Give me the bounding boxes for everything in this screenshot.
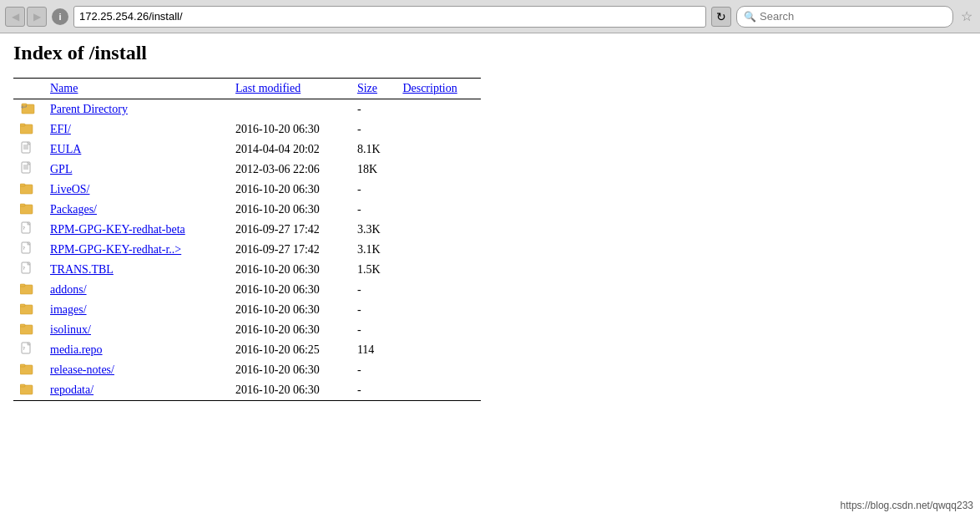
- file-name-cell: RPM-GPG-KEY-redhat-beta: [43, 220, 229, 240]
- last-modified-col-link[interactable]: Last modified: [235, 82, 301, 94]
- file-link[interactable]: RPM-GPG-KEY-redhat-beta: [50, 223, 185, 236]
- file-name-cell: Packages/: [43, 200, 229, 220]
- file-modified: 2016-10-20 06:30: [229, 360, 351, 380]
- parent-dir-icon: ↩: [13, 99, 43, 120]
- table-row: images/ 2016-10-20 06:30 -: [13, 300, 481, 320]
- file-icon-cell: [13, 300, 43, 320]
- file-size: -: [351, 320, 397, 340]
- file-icon-cell: ?: [13, 260, 43, 280]
- file-icon-cell: [13, 380, 43, 401]
- file-icon-cell: ?: [13, 220, 43, 240]
- table-header-row: Name Last modified Size Description: [13, 79, 481, 99]
- description-col-header: Description: [396, 79, 481, 99]
- file-link[interactable]: LiveOS/: [50, 183, 89, 196]
- last-modified-col-header: Last modified: [229, 79, 351, 99]
- table-row: Packages/ 2016-10-20 06:30 -: [13, 200, 481, 220]
- file-name-cell: images/: [43, 300, 229, 320]
- address-bar[interactable]: 172.25.254.26/install/: [73, 6, 706, 28]
- svg-rect-31: [20, 304, 25, 307]
- file-link[interactable]: release-notes/: [50, 363, 114, 376]
- file-size: -: [351, 380, 397, 401]
- svg-rect-38: [20, 364, 25, 367]
- file-desc: [396, 240, 481, 260]
- file-link[interactable]: Packages/: [50, 203, 97, 216]
- file-modified: 2016-10-20 06:30: [229, 200, 351, 220]
- file-icon-cell: [13, 360, 43, 380]
- file-name-cell: addons/: [43, 280, 229, 300]
- file-desc: [396, 160, 481, 180]
- file-name-cell: media.repo: [43, 340, 229, 360]
- file-size: 8.1K: [351, 140, 397, 160]
- parent-dir-size: -: [351, 99, 397, 120]
- file-desc: [396, 280, 481, 300]
- file-size: 3.1K: [351, 240, 397, 260]
- name-col-link[interactable]: Name: [50, 82, 78, 94]
- file-desc: [396, 119, 481, 140]
- size-col-header: Size: [351, 79, 397, 99]
- file-size: -: [351, 119, 397, 140]
- file-icon-cell: [13, 119, 43, 140]
- file-icon-cell: [13, 280, 43, 300]
- file-name-cell: EULA: [43, 140, 229, 160]
- search-input[interactable]: [760, 10, 927, 23]
- svg-rect-40: [20, 384, 25, 387]
- info-button[interactable]: i: [52, 8, 68, 25]
- file-link[interactable]: EFI/: [50, 123, 71, 135]
- file-modified: 2016-10-20 06:30: [229, 260, 351, 280]
- file-desc: [396, 260, 481, 280]
- table-row: EULA 2014-04-04 20:02 8.1K: [13, 140, 481, 160]
- name-col-header: Name: [43, 79, 229, 99]
- table-row: GPL 2012-03-06 22:06 18K: [13, 160, 481, 180]
- table-row: repodata/ 2016-10-20 06:30 -: [13, 380, 481, 401]
- parent-dir-modified: [229, 99, 351, 120]
- parent-dir-link[interactable]: Parent Directory: [50, 103, 128, 115]
- description-col-link[interactable]: Description: [402, 82, 457, 94]
- file-desc: [396, 360, 481, 380]
- svg-text:?: ?: [23, 226, 25, 231]
- file-link[interactable]: EULA: [50, 143, 81, 155]
- size-col-link[interactable]: Size: [357, 82, 377, 94]
- url-text: 172.25.254.26/install/: [79, 10, 183, 23]
- reload-button[interactable]: ↻: [711, 7, 731, 27]
- forward-button[interactable]: ▶: [27, 7, 47, 27]
- file-size: 18K: [351, 160, 397, 180]
- back-button[interactable]: ◀: [5, 7, 25, 27]
- file-name-cell: repodata/: [43, 380, 229, 401]
- file-link[interactable]: RPM-GPG-KEY-redhat-r..>: [50, 243, 181, 256]
- file-icon-cell: [13, 140, 43, 160]
- svg-rect-4: [20, 124, 25, 126]
- table-row: release-notes/ 2016-10-20 06:30 -: [13, 360, 481, 380]
- svg-rect-29: [20, 284, 25, 287]
- table-row: EFI/ 2016-10-20 06:30 -: [13, 119, 481, 140]
- file-modified: 2016-10-20 06:30: [229, 320, 351, 340]
- file-modified: 2016-10-20 06:30: [229, 180, 351, 200]
- bookmark-button[interactable]: ☆: [958, 8, 975, 25]
- file-name-cell: isolinux/: [43, 320, 229, 340]
- file-size: -: [351, 360, 397, 380]
- parent-dir-desc: [396, 99, 481, 120]
- nav-buttons: ◀ ▶: [5, 7, 47, 27]
- file-desc: [396, 140, 481, 160]
- file-modified: 2016-10-20 06:30: [229, 300, 351, 320]
- file-link[interactable]: isolinux/: [50, 323, 91, 336]
- file-link[interactable]: media.repo: [50, 343, 103, 356]
- file-size: 1.5K: [351, 260, 397, 280]
- file-link[interactable]: repodata/: [50, 383, 93, 396]
- file-size: 114: [351, 340, 397, 360]
- file-icon-cell: [13, 160, 43, 180]
- svg-text:?: ?: [23, 266, 25, 271]
- file-icon-cell: ?: [13, 240, 43, 260]
- file-desc: [396, 180, 481, 200]
- icon-col-header: [13, 79, 43, 99]
- file-modified: 2016-10-20 06:30: [229, 119, 351, 140]
- file-link[interactable]: GPL: [50, 163, 72, 175]
- file-link[interactable]: addons/: [50, 283, 87, 296]
- file-link[interactable]: images/: [50, 303, 87, 316]
- parent-dir-link-cell: Parent Directory: [43, 99, 229, 120]
- file-icon-cell: [13, 180, 43, 200]
- svg-text:?: ?: [23, 246, 25, 251]
- svg-rect-33: [20, 324, 25, 327]
- file-link[interactable]: TRANS.TBL: [50, 263, 114, 276]
- file-desc: [396, 200, 481, 220]
- table-row: ? TRANS.TBL 2016-10-20 06:30 1.5K: [13, 260, 481, 280]
